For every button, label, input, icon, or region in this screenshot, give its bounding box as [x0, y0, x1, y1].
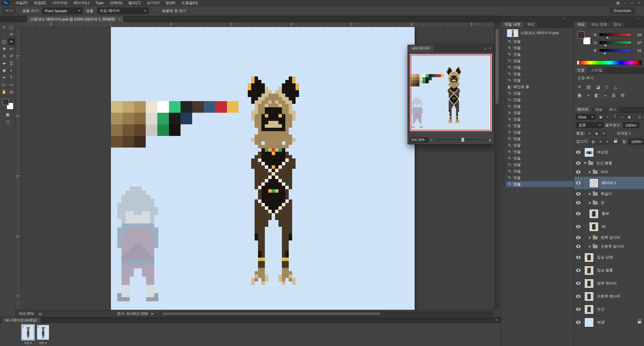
- tab-layers-1[interactable]: 채널: [592, 107, 606, 113]
- channel-slider-B[interactable]: [599, 49, 631, 52]
- history-step-5[interactable]: ✎연필: [501, 71, 574, 77]
- zoom-out-icon[interactable]: ▲: [430, 139, 433, 141]
- history-source-well[interactable]: [501, 97, 506, 103]
- workspace-switcher-button[interactable]: Essentials: [610, 8, 635, 14]
- tab-layers-0[interactable]: 레이어: [574, 107, 592, 113]
- history-step-16[interactable]: ✎연필: [501, 142, 574, 149]
- layer-row-8[interactable]: 왼쪽 앞다리: [574, 233, 644, 242]
- frame-delay-select[interactable]: 0초 ▾: [36, 341, 50, 345]
- collapse-caret-icon[interactable]: [589, 171, 591, 174]
- brightness-contrast-icon[interactable]: ☀: [577, 84, 582, 89]
- horizontal-scrollbar-thumb[interactable]: [162, 313, 381, 315]
- history-step-22[interactable]: ✎연필: [501, 181, 574, 188]
- lock-all-button[interactable]: [612, 139, 618, 144]
- brush-tool[interactable]: ✏: [8, 45, 15, 52]
- history-step-10[interactable]: ✎연필: [501, 103, 574, 110]
- color-balance-icon[interactable]: ◑: [587, 93, 589, 98]
- collapse-caret-icon[interactable]: [589, 236, 591, 239]
- history-step-21[interactable]: ✎연필: [501, 175, 574, 181]
- tab-history-1[interactable]: 액션: [524, 22, 538, 28]
- layer-row-1[interactable]: 인간 몸통: [574, 159, 644, 168]
- history-source-well[interactable]: [501, 84, 506, 90]
- vertical-scrollbar[interactable]: [495, 22, 499, 310]
- slider-handle[interactable]: [604, 44, 607, 46]
- visibility-toggle[interactable]: [574, 190, 583, 198]
- vertical-scrollbar-thumb[interactable]: [496, 29, 499, 104]
- visibility-toggle[interactable]: [574, 207, 583, 220]
- visibility-toggle[interactable]: [574, 290, 583, 303]
- unify-visibility-icon[interactable]: ◉: [593, 131, 600, 136]
- filter-pixel-icon[interactable]: ▣: [598, 114, 604, 120]
- layer-row-10[interactable]: 짐승 상체: [574, 251, 644, 264]
- gradient-tool[interactable]: ▒: [8, 60, 15, 67]
- rect-marquee-tool[interactable]: ▢: [8, 24, 15, 31]
- history-source-well[interactable]: [501, 116, 506, 122]
- lock-position-icon[interactable]: ✛: [597, 139, 603, 144]
- color-swatch-pair[interactable]: [2, 99, 13, 109]
- channel-mixer-icon[interactable]: ◍: [612, 93, 615, 98]
- horizontal-scrollbar[interactable]: [160, 312, 493, 316]
- pen-tool[interactable]: ✒: [1, 74, 8, 81]
- visibility-toggle[interactable]: [574, 177, 583, 189]
- photo-filter-icon[interactable]: ◒: [604, 93, 606, 98]
- lasso-tool[interactable]: ◌: [1, 31, 8, 38]
- animation-tab[interactable]: 애니메이션(프레임): [1, 317, 41, 323]
- collapse-caret-icon[interactable]: [589, 245, 591, 248]
- path-select-tool[interactable]: ▷: [1, 81, 8, 88]
- history-step-18[interactable]: ✎연필: [501, 155, 574, 162]
- filter-shape-icon[interactable]: ▱: [619, 114, 625, 120]
- fill-field[interactable]: 100%: [629, 139, 644, 144]
- opacity-field[interactable]: 100%: [623, 122, 639, 128]
- sample-size-select[interactable]: Point Sample: [42, 8, 83, 14]
- visibility-toggle[interactable]: [574, 220, 583, 233]
- menu-item-0[interactable]: 파일(F): [12, 0, 31, 5]
- history-step-11[interactable]: ✎연필: [501, 110, 574, 116]
- frame-thumbnail[interactable]: 1: [22, 325, 34, 340]
- history-step-8[interactable]: ✎연필: [501, 90, 574, 97]
- history-source-well[interactable]: [501, 58, 506, 64]
- filter-adjustment-icon[interactable]: ◐: [605, 114, 611, 120]
- history-source-well[interactable]: [501, 71, 506, 77]
- exposure-icon[interactable]: ▽: [605, 84, 609, 89]
- tab-color-1[interactable]: 색상 견본: [588, 22, 611, 28]
- tab-history-0[interactable]: 작업 내역: [501, 22, 524, 28]
- unify-style-icon[interactable]: ✦: [601, 131, 607, 136]
- history-step-1[interactable]: ✎연필: [501, 45, 574, 51]
- filter-type-icon[interactable]: T: [612, 114, 618, 120]
- propagate-frame-checkbox[interactable]: ✓: [611, 132, 615, 135]
- menu-item-6[interactable]: 필터(T): [125, 0, 144, 5]
- curves-icon[interactable]: ◪: [596, 84, 600, 89]
- tool-preset-picker[interactable]: ✑: [2, 7, 16, 15]
- layer-row-13[interactable]: 오른쪽 뒷다리: [574, 290, 644, 303]
- visibility-toggle[interactable]: [574, 316, 583, 329]
- history-source-well[interactable]: [501, 103, 506, 109]
- navigator-zoom-field[interactable]: 616.25%: [410, 137, 428, 142]
- move-tool[interactable]: ↖: [1, 24, 8, 31]
- layer-row-15[interactable]: 배경: [574, 316, 644, 329]
- channel-slider-R[interactable]: [599, 33, 631, 36]
- history-source-well[interactable]: [501, 175, 506, 181]
- history-source-well[interactable]: [501, 162, 506, 168]
- collapse-caret-icon[interactable]: [589, 202, 591, 204]
- status-zoom-field[interactable]: 616.25%: [19, 312, 34, 316]
- collapse-panels-icon[interactable]: »: [563, 17, 565, 20]
- history-step-4[interactable]: ✎연필: [501, 64, 574, 71]
- window-control-icon[interactable]: –: [625, 1, 627, 5]
- menu-item-7[interactable]: 보기(V): [144, 0, 162, 5]
- layer-row-5[interactable]: 천: [574, 198, 644, 207]
- tab-color-0[interactable]: 색상: [574, 22, 588, 28]
- foreground-color-swatch[interactable]: [577, 31, 585, 39]
- history-step-2[interactable]: ✎연필: [501, 51, 574, 58]
- document-tab[interactable]: 스핑크스 메데이아.psd @ 616% (레이어 1, RGB/8) ×: [27, 16, 124, 22]
- history-step-3[interactable]: ✎연필: [501, 58, 574, 64]
- status-flyout-icon[interactable]: ▶: [151, 312, 154, 315]
- layer-row-4[interactable]: 목걸이: [574, 190, 644, 198]
- layer-row-11[interactable]: 짐승 몸통: [574, 264, 644, 277]
- tab-adjustments-0[interactable]: 조정: [574, 67, 588, 73]
- document-canvas[interactable]: [111, 27, 415, 310]
- visibility-toggle[interactable]: [574, 159, 583, 167]
- visibility-toggle[interactable]: [574, 264, 583, 277]
- history-source-well[interactable]: [501, 181, 506, 187]
- sampling-ring-checkbox[interactable]: ✓: [155, 9, 159, 13]
- zoom-in-icon[interactable]: ▲: [488, 138, 492, 142]
